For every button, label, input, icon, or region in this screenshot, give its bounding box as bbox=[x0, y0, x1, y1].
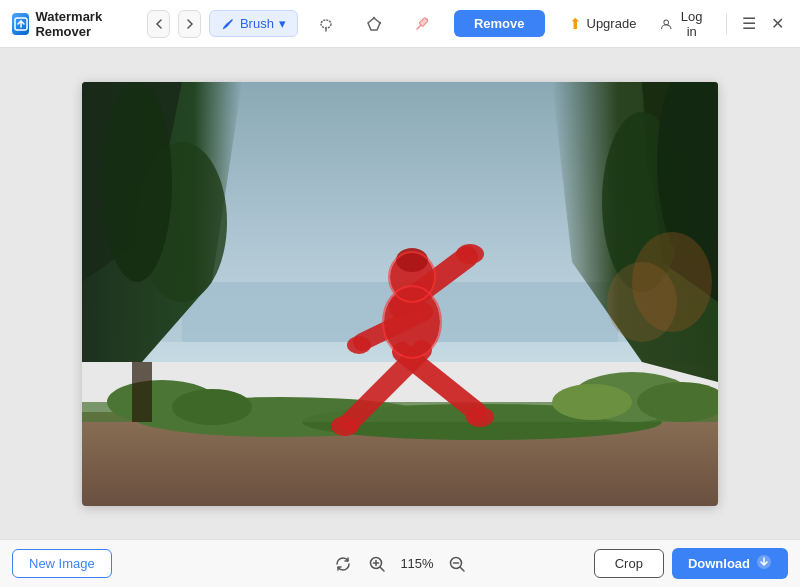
svg-point-39 bbox=[456, 244, 484, 264]
brush-tool-button[interactable]: Brush ▾ bbox=[209, 10, 298, 37]
login-button[interactable]: Log in bbox=[652, 4, 713, 44]
bottom-actions-right: Crop Download bbox=[594, 548, 788, 579]
zoom-controls: 115% bbox=[330, 551, 470, 577]
svg-point-37 bbox=[466, 407, 494, 427]
user-icon bbox=[660, 16, 673, 32]
svg-point-3 bbox=[379, 21, 381, 23]
image-container[interactable] bbox=[82, 82, 718, 506]
remove-button[interactable]: Remove bbox=[454, 10, 545, 37]
svg-point-17 bbox=[172, 389, 252, 425]
brush-chevron: ▾ bbox=[279, 16, 286, 31]
svg-point-40 bbox=[347, 336, 371, 354]
svg-point-29 bbox=[607, 262, 677, 342]
upgrade-icon: ⬆ bbox=[569, 15, 582, 33]
download-icon bbox=[756, 554, 772, 573]
zoom-level: 115% bbox=[398, 556, 436, 571]
forward-button[interactable] bbox=[178, 10, 201, 38]
zoom-out-button[interactable] bbox=[444, 551, 470, 577]
svg-point-5 bbox=[664, 20, 669, 25]
back-button[interactable] bbox=[147, 10, 170, 38]
titlebar: Watermark Remover Brush ▾ bbox=[0, 0, 800, 48]
canvas-area[interactable] bbox=[0, 48, 800, 539]
svg-rect-20 bbox=[132, 362, 152, 422]
upgrade-button[interactable]: ⬆ Upgrade bbox=[561, 10, 645, 38]
download-button[interactable]: Download bbox=[672, 548, 788, 579]
svg-point-25 bbox=[102, 82, 172, 282]
login-label: Log in bbox=[678, 9, 706, 39]
bottom-bar: New Image 115% bbox=[0, 539, 800, 587]
svg-point-38 bbox=[331, 416, 359, 436]
zoom-in-button[interactable] bbox=[364, 551, 390, 577]
brush-label: Brush bbox=[240, 16, 274, 31]
upgrade-label: Upgrade bbox=[587, 16, 637, 31]
photo-canvas[interactable] bbox=[82, 82, 718, 506]
svg-point-2 bbox=[373, 16, 375, 18]
lasso-tool-button[interactable] bbox=[306, 10, 346, 38]
close-button[interactable]: ✕ bbox=[767, 11, 788, 37]
new-image-button[interactable]: New Image bbox=[12, 549, 112, 578]
bottom-actions-left: New Image bbox=[12, 549, 112, 578]
titlebar-divider bbox=[726, 14, 727, 34]
menu-button[interactable]: ☰ bbox=[738, 11, 759, 37]
svg-point-1 bbox=[321, 20, 331, 28]
app-title: Watermark Remover bbox=[35, 9, 135, 39]
svg-point-15 bbox=[552, 384, 632, 420]
eraser-tool-button[interactable] bbox=[402, 10, 442, 38]
crop-button[interactable]: Crop bbox=[594, 549, 664, 578]
app-logo-icon bbox=[12, 13, 29, 35]
download-label: Download bbox=[688, 556, 750, 571]
rotate-button[interactable] bbox=[330, 551, 356, 577]
polygon-tool-button[interactable] bbox=[354, 10, 394, 38]
app-logo: Watermark Remover bbox=[12, 9, 135, 39]
